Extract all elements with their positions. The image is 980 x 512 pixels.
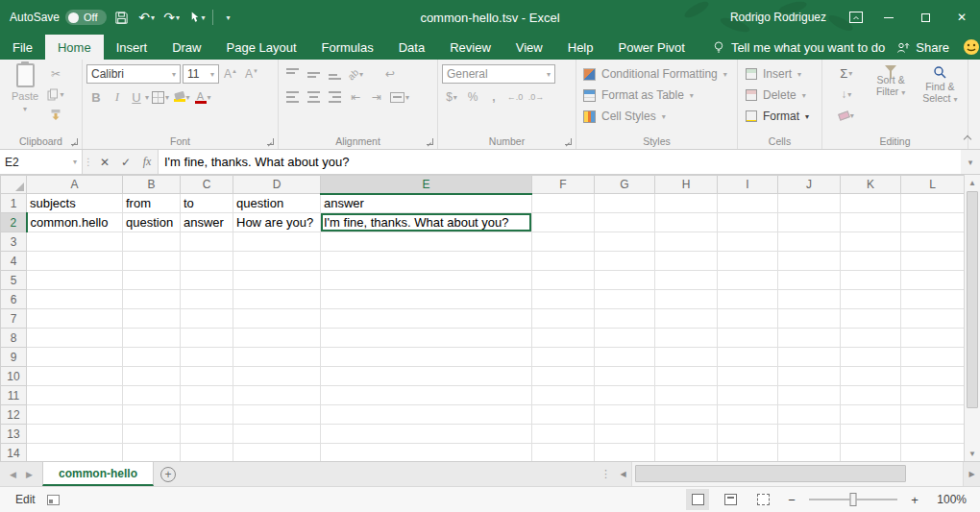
cell-C8[interactable]: [181, 329, 233, 348]
cell-B2[interactable]: question: [123, 213, 181, 232]
cell-E10[interactable]: [321, 367, 532, 386]
autosave-toggle[interactable]: AutoSave Off: [10, 10, 107, 25]
cell-J8[interactable]: [778, 329, 841, 348]
cell-K1[interactable]: [841, 194, 901, 213]
column-header-I[interactable]: I: [718, 176, 778, 194]
vertical-scroll-thumb[interactable]: [967, 191, 978, 408]
cell-I7[interactable]: [718, 309, 778, 329]
cell-G5[interactable]: [595, 271, 655, 290]
minimize-button[interactable]: [870, 0, 907, 35]
copy-button[interactable]: ▾: [46, 85, 65, 104]
cell-K8[interactable]: [841, 329, 901, 348]
cell-E8[interactable]: [321, 329, 532, 348]
tab-review[interactable]: Review: [437, 35, 503, 60]
cell-C13[interactable]: [181, 425, 233, 444]
wrap-text-button[interactable]: ↩: [380, 64, 400, 84]
sheet-tab-common-hello[interactable]: common-hello: [42, 462, 154, 486]
cell-G11[interactable]: [595, 386, 655, 405]
cell-G4[interactable]: [595, 252, 655, 271]
cell-D3[interactable]: [233, 232, 321, 252]
cell-F6[interactable]: [532, 290, 595, 309]
horizontal-scroll-track[interactable]: [631, 462, 964, 486]
cell-J13[interactable]: [778, 425, 841, 444]
name-box[interactable]: E2 ▾: [0, 150, 83, 174]
font-dialog-launcher-icon[interactable]: [267, 138, 274, 145]
cell-E7[interactable]: [321, 309, 532, 329]
cell-H9[interactable]: [655, 348, 718, 367]
cell-A1[interactable]: subjects: [27, 194, 123, 213]
tab-draw[interactable]: Draw: [159, 35, 213, 60]
cell-C10[interactable]: [181, 367, 233, 386]
cell-H8[interactable]: [655, 329, 718, 348]
cell-L6[interactable]: [901, 290, 965, 309]
align-bottom-button[interactable]: [325, 64, 344, 84]
formula-bar-handle[interactable]: ⋮: [83, 150, 94, 174]
font-name-select[interactable]: Calibri ▾: [86, 64, 181, 84]
cell-K12[interactable]: [841, 405, 901, 425]
row-header-9[interactable]: 9: [1, 348, 27, 367]
cell-H11[interactable]: [655, 386, 718, 405]
borders-button[interactable]: ▾: [151, 87, 170, 107]
row-header-2[interactable]: 2: [1, 213, 27, 232]
increase-decimal-button[interactable]: ←.0: [505, 87, 525, 107]
cell-K6[interactable]: [841, 290, 901, 309]
cell-D14[interactable]: [233, 444, 321, 462]
cell-A4[interactable]: [27, 252, 123, 271]
column-header-G[interactable]: G: [595, 176, 655, 194]
row-header-6[interactable]: 6: [1, 290, 27, 309]
cell-L12[interactable]: [901, 405, 965, 425]
cell-K11[interactable]: [841, 386, 901, 405]
cell-B9[interactable]: [123, 348, 181, 367]
cell-styles-button[interactable]: Cell Styles ▾: [580, 107, 734, 126]
cell-H2[interactable]: [655, 213, 718, 232]
feedback-button[interactable]: [961, 35, 980, 60]
cell-F5[interactable]: [532, 271, 595, 290]
cell-E2[interactable]: I'm fine, thanks. What about you?: [321, 213, 532, 232]
insert-function-button[interactable]: fx: [136, 150, 158, 174]
row-header-14[interactable]: 14: [1, 444, 27, 462]
zoom-level[interactable]: 100%: [932, 493, 967, 506]
cell-I4[interactable]: [718, 252, 778, 271]
cell-K9[interactable]: [841, 348, 901, 367]
cell-B1[interactable]: from: [123, 194, 181, 213]
cell-I10[interactable]: [718, 367, 778, 386]
fill-button[interactable]: ↓▾: [826, 85, 866, 104]
cell-A2[interactable]: common.hello: [27, 213, 123, 232]
format-painter-button[interactable]: [46, 105, 65, 124]
cell-H3[interactable]: [655, 232, 718, 252]
tab-formulas[interactable]: Formulas: [309, 35, 386, 60]
close-button[interactable]: ✕: [943, 0, 980, 35]
cell-D7[interactable]: [233, 309, 321, 329]
vertical-scrollbar[interactable]: ▲ ▼: [964, 175, 980, 461]
cell-J10[interactable]: [778, 367, 841, 386]
accounting-format-button[interactable]: $▾: [442, 87, 461, 107]
cell-L1[interactable]: [901, 194, 965, 213]
column-header-J[interactable]: J: [778, 176, 841, 194]
cell-F3[interactable]: [532, 232, 595, 252]
comma-style-button[interactable]: ,: [484, 87, 503, 107]
cell-J4[interactable]: [778, 252, 841, 271]
tell-me-box[interactable]: Tell me what you want to do: [713, 35, 885, 60]
cell-F8[interactable]: [532, 329, 595, 348]
cell-K3[interactable]: [841, 232, 901, 252]
save-button[interactable]: [112, 5, 132, 30]
column-header-L[interactable]: L: [901, 176, 965, 194]
column-header-D[interactable]: D: [233, 176, 321, 194]
cell-I12[interactable]: [718, 405, 778, 425]
tab-split-handle[interactable]: ⋮: [597, 462, 615, 486]
ribbon-display-options-button[interactable]: [842, 0, 870, 35]
cell-D8[interactable]: [233, 329, 321, 348]
new-sheet-button[interactable]: +: [154, 462, 183, 486]
underline-button[interactable]: U▾: [129, 87, 149, 107]
cell-E4[interactable]: [321, 252, 532, 271]
cell-A9[interactable]: [27, 348, 123, 367]
select-all-button[interactable]: [1, 176, 27, 194]
column-header-E[interactable]: E: [321, 176, 532, 194]
zoom-slider-thumb[interactable]: [850, 493, 857, 506]
cell-F2[interactable]: [532, 213, 595, 232]
cell-J14[interactable]: [778, 444, 841, 462]
font-size-select[interactable]: 11 ▾: [183, 64, 219, 84]
cell-C1[interactable]: to: [181, 194, 233, 213]
cell-J3[interactable]: [778, 232, 841, 252]
align-top-button[interactable]: [282, 64, 302, 84]
